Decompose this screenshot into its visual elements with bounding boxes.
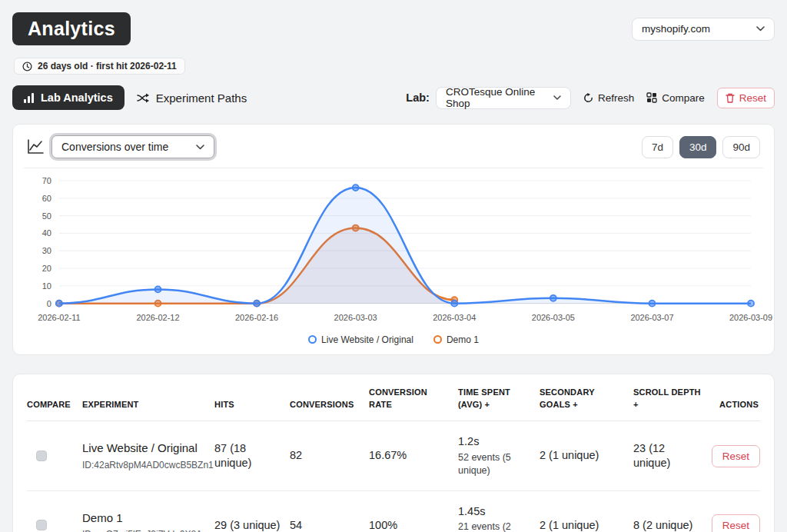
page-title: Analytics — [12, 12, 131, 45]
col-hits: Hits — [214, 399, 290, 411]
compare-button[interactable]: Compare — [646, 92, 705, 104]
col-secondary-goals[interactable]: Secondary Goals + — [540, 387, 633, 411]
trash-icon — [726, 93, 735, 103]
secondary-goals-value: 2 (1 unique) — [540, 518, 633, 532]
range-selector: 7d 30d 90d — [642, 136, 760, 158]
svg-text:20: 20 — [42, 264, 51, 273]
refresh-icon — [583, 93, 593, 103]
svg-text:2026-03-05: 2026-03-05 — [532, 313, 575, 322]
hits-value: 29 (3 unique) — [214, 518, 290, 532]
experiment-id: ID:42aRtv8pM4AD0cwcB5BZn1 — [82, 459, 205, 471]
col-scroll-depth[interactable]: Scroll Depth + — [633, 387, 710, 411]
compare-checkbox[interactable] — [36, 520, 47, 530]
time-spent-value: 1.45s — [458, 504, 530, 520]
svg-text:2026-02-11: 2026-02-11 — [38, 313, 80, 322]
table-row: Demo 1 ID:awQ7mj5lEoJ3i7Vda0X8A 29 (3 un… — [27, 491, 760, 532]
compare-label: Compare — [662, 92, 705, 104]
svg-text:2026-03-09: 2026-03-09 — [729, 313, 772, 322]
col-time-spent[interactable]: Time Spent (Avg) + — [458, 387, 540, 411]
chart-card: Conversions over time 7d 30d 90d 0102030… — [12, 124, 775, 355]
conversion-rate-value: 16.67% — [369, 448, 458, 464]
col-experiment: Experiment — [82, 399, 214, 411]
scroll-depth-value: 8 (2 unique) — [633, 518, 710, 532]
svg-text:10: 10 — [42, 281, 51, 291]
tabs-row: Lab Analytics Experiment Paths Lab: CROT… — [12, 85, 775, 110]
experiments-table: Compare Experiment Hits Conversions Conv… — [12, 374, 775, 532]
chevron-down-icon — [196, 145, 204, 150]
experiment-name: Live Website / Original — [82, 441, 205, 456]
compare-checkbox[interactable] — [36, 451, 47, 461]
lab-select[interactable]: CROTesque Online Shop — [436, 87, 571, 109]
svg-text:40: 40 — [42, 228, 51, 238]
metric-select-value: Conversions over time — [61, 141, 168, 153]
scroll-depth-value: 23 (12 unique) — [633, 441, 710, 471]
svg-text:50: 50 — [42, 211, 51, 221]
col-compare: Compare — [27, 399, 82, 411]
experiment-name: Demo 1 — [82, 510, 205, 526]
lab-controls: Lab: CROTesque Online Shop Refresh Compa… — [406, 87, 775, 109]
svg-text:2026-03-04: 2026-03-04 — [433, 313, 476, 322]
chevron-down-icon — [553, 95, 561, 100]
reset-experiment-button[interactable]: Reset — [712, 514, 760, 532]
svg-text:2026-02-16: 2026-02-16 — [235, 313, 278, 322]
tab-lab-analytics-label: Lab Analytics — [41, 91, 113, 104]
svg-text:60: 60 — [42, 194, 51, 203]
metric-select[interactable]: Conversions over time — [51, 135, 214, 158]
table-header-row: Compare Experiment Hits Conversions Conv… — [27, 374, 760, 422]
range-30d-button[interactable]: 30d — [679, 136, 717, 158]
conversions-value: 82 — [290, 448, 369, 464]
lab-label: Lab: — [406, 91, 430, 104]
hits-value: 87 (18 unique) — [214, 441, 290, 471]
lab-select-value: CROTesque Online Shop — [446, 86, 553, 109]
time-spent-events: 52 events (5 unique) — [458, 451, 530, 477]
chart-legend: Live Website / Original Demo 1 — [24, 330, 763, 350]
chart-header: Conversions over time 7d 30d 90d — [24, 134, 763, 168]
analytics-page: Analytics myshopify.com 26 days old · fi… — [0, 0, 787, 532]
secondary-goals-value: 2 (1 unique) — [540, 448, 633, 464]
chevron-down-icon — [756, 26, 765, 32]
legend-swatch-orange — [433, 335, 442, 344]
tab-lab-analytics[interactable]: Lab Analytics — [12, 85, 125, 110]
reset-lab-label: Reset — [739, 92, 766, 104]
range-90d-button[interactable]: 90d — [722, 136, 760, 158]
domain-select-value: myshopify.com — [642, 23, 710, 35]
legend-swatch-blue — [308, 335, 317, 344]
age-badge: 26 days old · first hit 2026-02-11 — [14, 58, 185, 75]
reset-experiment-button[interactable]: Reset — [712, 445, 760, 467]
view-tabs: Lab Analytics Experiment Paths — [12, 85, 247, 110]
domain-select[interactable]: myshopify.com — [632, 18, 775, 41]
svg-text:2026-02-12: 2026-02-12 — [136, 313, 179, 322]
svg-text:0: 0 — [47, 299, 51, 308]
legend-item: Demo 1 — [433, 334, 479, 345]
time-spent-events: 21 events (2 unique) — [458, 520, 530, 532]
svg-text:2026-03-03: 2026-03-03 — [334, 313, 377, 322]
top-bar: Analytics myshopify.com — [12, 12, 775, 45]
conversions-value: 54 — [290, 518, 369, 532]
col-actions: Actions — [710, 399, 760, 411]
time-spent-value: 1.2s — [458, 434, 530, 450]
tab-experiment-paths-label: Experiment Paths — [156, 91, 247, 105]
table-row: Live Website / Original ID:42aRtv8pM4AD0… — [27, 421, 760, 490]
col-conversion-rate: Conversion Rate — [369, 387, 458, 411]
age-badge-text: 26 days old · first hit 2026-02-11 — [38, 61, 177, 71]
svg-text:2026-03-07: 2026-03-07 — [630, 313, 673, 322]
legend-label: Demo 1 — [447, 334, 479, 345]
svg-text:70: 70 — [42, 176, 51, 185]
experiment-id: ID:awQ7mj5lEoJ3i7Vda0X8A — [82, 528, 205, 532]
refresh-button[interactable]: Refresh — [583, 92, 634, 104]
compare-grid-icon — [646, 92, 657, 103]
legend-label: Live Website / Original — [321, 334, 413, 345]
conversion-rate-value: 100% — [369, 518, 458, 532]
refresh-label: Refresh — [598, 92, 634, 104]
svg-text:30: 30 — [42, 246, 51, 255]
col-conversions: Conversions — [290, 399, 369, 411]
bar-chart-icon — [24, 93, 35, 103]
tab-experiment-paths[interactable]: Experiment Paths — [137, 91, 247, 105]
line-chart-icon — [27, 139, 44, 155]
shuffle-icon — [137, 93, 150, 103]
legend-item: Live Website / Original — [308, 334, 413, 345]
reset-lab-button[interactable]: Reset — [717, 88, 775, 108]
clock-icon — [22, 62, 32, 71]
range-7d-button[interactable]: 7d — [642, 136, 673, 158]
conversions-chart: 0102030405060702026-02-112026-02-122026-… — [24, 175, 763, 330]
